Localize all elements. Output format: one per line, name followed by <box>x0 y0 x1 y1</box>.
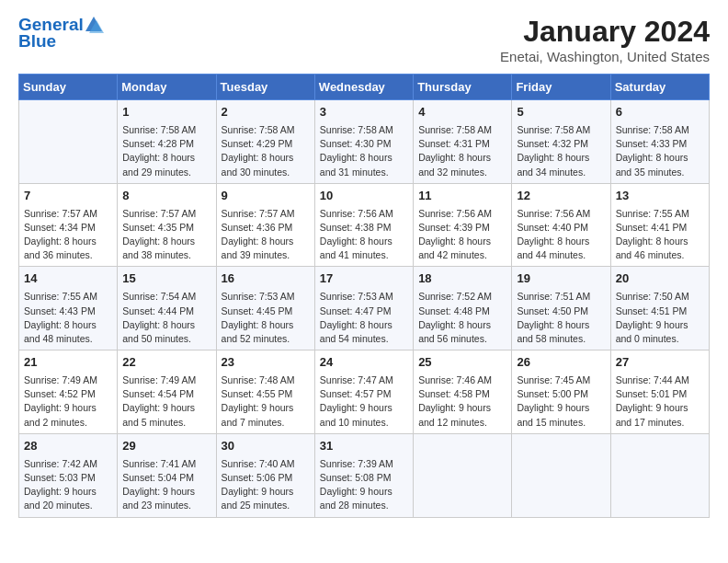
day-header-thursday: Thursday <box>414 75 512 100</box>
calendar-cell: 2Sunrise: 7:58 AM Sunset: 4:29 PM Daylig… <box>216 100 314 184</box>
date-number: 20 <box>616 270 704 288</box>
calendar-cell: 28Sunrise: 7:42 AM Sunset: 5:03 PM Dayli… <box>19 433 118 517</box>
cell-info: Sunrise: 7:50 AM Sunset: 4:51 PM Dayligh… <box>616 290 704 346</box>
calendar-cell: 29Sunrise: 7:41 AM Sunset: 5:04 PM Dayli… <box>118 433 216 517</box>
calendar-cell: 12Sunrise: 7:56 AM Sunset: 4:40 PM Dayli… <box>512 183 610 267</box>
cell-info: Sunrise: 7:58 AM Sunset: 4:31 PM Dayligh… <box>418 123 506 179</box>
calendar-cell: 14Sunrise: 7:55 AM Sunset: 4:43 PM Dayli… <box>19 267 118 350</box>
calendar-cell <box>610 433 709 517</box>
date-number: 21 <box>24 354 112 372</box>
cell-info: Sunrise: 7:42 AM Sunset: 5:03 PM Dayligh… <box>24 457 112 513</box>
cell-info: Sunrise: 7:48 AM Sunset: 4:55 PM Dayligh… <box>222 373 310 430</box>
calendar-cell: 3Sunrise: 7:58 AM Sunset: 4:30 PM Daylig… <box>314 100 413 184</box>
day-header-tuesday: Tuesday <box>216 75 314 100</box>
date-number: 31 <box>320 438 408 455</box>
calendar-cell: 13Sunrise: 7:55 AM Sunset: 4:41 PM Dayli… <box>610 183 709 267</box>
calendar-cell: 21Sunrise: 7:49 AM Sunset: 4:52 PM Dayli… <box>19 350 118 434</box>
calendar-cell: 5Sunrise: 7:58 AM Sunset: 4:32 PM Daylig… <box>512 100 610 184</box>
logo-blue-text: Blue <box>18 31 56 52</box>
day-header-wednesday: Wednesday <box>314 75 413 100</box>
cell-info: Sunrise: 7:58 AM Sunset: 4:28 PM Dayligh… <box>122 123 210 179</box>
cell-info: Sunrise: 7:56 AM Sunset: 4:40 PM Dayligh… <box>517 207 605 263</box>
cell-info: Sunrise: 7:57 AM Sunset: 4:34 PM Dayligh… <box>24 207 112 263</box>
date-number: 4 <box>418 104 506 121</box>
date-number: 27 <box>616 354 704 372</box>
cell-info: Sunrise: 7:40 AM Sunset: 5:06 PM Dayligh… <box>222 457 310 513</box>
calendar-cell: 4Sunrise: 7:58 AM Sunset: 4:31 PM Daylig… <box>414 100 512 184</box>
calendar-table: SundayMondayTuesdayWednesdayThursdayFrid… <box>18 74 710 518</box>
week-row-5: 28Sunrise: 7:42 AM Sunset: 5:03 PM Dayli… <box>19 433 710 517</box>
day-header-sunday: Sunday <box>19 75 118 100</box>
calendar-cell: 26Sunrise: 7:45 AM Sunset: 5:00 PM Dayli… <box>512 350 610 434</box>
date-number: 28 <box>24 438 112 455</box>
date-number: 23 <box>222 354 310 372</box>
date-number: 5 <box>517 104 605 121</box>
date-number: 29 <box>122 438 210 455</box>
week-row-4: 21Sunrise: 7:49 AM Sunset: 4:52 PM Dayli… <box>19 350 710 434</box>
cell-info: Sunrise: 7:58 AM Sunset: 4:29 PM Dayligh… <box>222 123 310 179</box>
cell-info: Sunrise: 7:45 AM Sunset: 5:00 PM Dayligh… <box>517 373 605 430</box>
day-header-friday: Friday <box>512 75 610 100</box>
day-header-saturday: Saturday <box>610 75 709 100</box>
calendar-cell: 23Sunrise: 7:48 AM Sunset: 4:55 PM Dayli… <box>216 350 314 434</box>
calendar-cell: 17Sunrise: 7:53 AM Sunset: 4:47 PM Dayli… <box>314 267 413 350</box>
header: General Blue January 2024 Enetai, Washin… <box>18 15 710 64</box>
week-row-3: 14Sunrise: 7:55 AM Sunset: 4:43 PM Dayli… <box>19 267 710 350</box>
date-number: 19 <box>517 270 605 288</box>
week-row-1: 1Sunrise: 7:58 AM Sunset: 4:28 PM Daylig… <box>19 100 710 184</box>
cell-info: Sunrise: 7:58 AM Sunset: 4:30 PM Dayligh… <box>320 123 408 179</box>
date-number: 26 <box>517 354 605 372</box>
date-number: 10 <box>320 188 408 205</box>
calendar-cell <box>512 433 610 517</box>
calendar-cell: 7Sunrise: 7:57 AM Sunset: 4:34 PM Daylig… <box>19 183 118 267</box>
cell-info: Sunrise: 7:56 AM Sunset: 4:38 PM Dayligh… <box>320 207 408 263</box>
date-number: 2 <box>222 104 310 121</box>
date-number: 11 <box>418 188 506 205</box>
cell-info: Sunrise: 7:55 AM Sunset: 4:43 PM Dayligh… <box>24 290 112 346</box>
cell-info: Sunrise: 7:55 AM Sunset: 4:41 PM Dayligh… <box>616 207 704 263</box>
week-row-2: 7Sunrise: 7:57 AM Sunset: 4:34 PM Daylig… <box>19 183 710 267</box>
date-number: 3 <box>320 104 408 121</box>
title-block: January 2024 Enetai, Washington, United … <box>500 15 710 64</box>
calendar-cell: 19Sunrise: 7:51 AM Sunset: 4:50 PM Dayli… <box>512 267 610 350</box>
calendar-cell: 8Sunrise: 7:57 AM Sunset: 4:35 PM Daylig… <box>118 183 216 267</box>
date-number: 13 <box>616 188 704 205</box>
cell-info: Sunrise: 7:49 AM Sunset: 4:52 PM Dayligh… <box>24 373 112 430</box>
calendar-cell: 6Sunrise: 7:58 AM Sunset: 4:33 PM Daylig… <box>610 100 709 184</box>
calendar-cell: 30Sunrise: 7:40 AM Sunset: 5:06 PM Dayli… <box>216 433 314 517</box>
calendar-cell: 11Sunrise: 7:56 AM Sunset: 4:39 PM Dayli… <box>414 183 512 267</box>
date-number: 18 <box>418 270 506 288</box>
date-number: 12 <box>517 188 605 205</box>
date-number: 7 <box>24 188 112 205</box>
cell-info: Sunrise: 7:46 AM Sunset: 4:58 PM Dayligh… <box>418 373 506 430</box>
cell-info: Sunrise: 7:58 AM Sunset: 4:32 PM Dayligh… <box>517 123 605 179</box>
calendar-cell: 20Sunrise: 7:50 AM Sunset: 4:51 PM Dayli… <box>610 267 709 350</box>
calendar-cell: 25Sunrise: 7:46 AM Sunset: 4:58 PM Dayli… <box>414 350 512 434</box>
cell-info: Sunrise: 7:52 AM Sunset: 4:48 PM Dayligh… <box>418 290 506 346</box>
calendar-cell: 31Sunrise: 7:39 AM Sunset: 5:08 PM Dayli… <box>314 433 413 517</box>
cell-info: Sunrise: 7:58 AM Sunset: 4:33 PM Dayligh… <box>616 123 704 179</box>
date-number: 14 <box>24 270 112 288</box>
cell-info: Sunrise: 7:53 AM Sunset: 4:47 PM Dayligh… <box>320 290 408 346</box>
date-number: 6 <box>616 104 704 121</box>
cell-info: Sunrise: 7:57 AM Sunset: 4:36 PM Dayligh… <box>222 207 310 263</box>
cell-info: Sunrise: 7:39 AM Sunset: 5:08 PM Dayligh… <box>320 457 408 513</box>
cell-info: Sunrise: 7:56 AM Sunset: 4:39 PM Dayligh… <box>418 207 506 263</box>
calendar-cell: 1Sunrise: 7:58 AM Sunset: 4:28 PM Daylig… <box>118 100 216 184</box>
cell-info: Sunrise: 7:44 AM Sunset: 5:01 PM Dayligh… <box>616 373 704 430</box>
calendar-cell: 24Sunrise: 7:47 AM Sunset: 4:57 PM Dayli… <box>314 350 413 434</box>
date-number: 30 <box>222 438 310 455</box>
date-number: 22 <box>122 354 210 372</box>
cell-info: Sunrise: 7:51 AM Sunset: 4:50 PM Dayligh… <box>517 290 605 346</box>
date-number: 8 <box>122 188 210 205</box>
calendar-cell: 27Sunrise: 7:44 AM Sunset: 5:01 PM Dayli… <box>610 350 709 434</box>
cell-info: Sunrise: 7:47 AM Sunset: 4:57 PM Dayligh… <box>320 373 408 430</box>
calendar-cell: 9Sunrise: 7:57 AM Sunset: 4:36 PM Daylig… <box>216 183 314 267</box>
day-header-monday: Monday <box>118 75 216 100</box>
logo-icon <box>84 15 104 35</box>
cell-info: Sunrise: 7:54 AM Sunset: 4:44 PM Dayligh… <box>122 290 210 346</box>
date-number: 9 <box>222 188 310 205</box>
date-number: 17 <box>320 270 408 288</box>
cell-info: Sunrise: 7:57 AM Sunset: 4:35 PM Dayligh… <box>122 207 210 263</box>
date-number: 16 <box>222 270 310 288</box>
